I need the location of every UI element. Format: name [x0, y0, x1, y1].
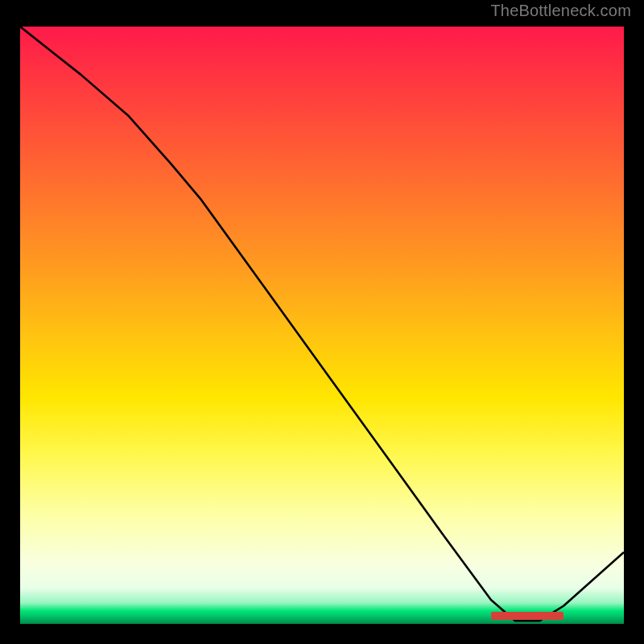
chart-frame	[18, 24, 626, 626]
chart-plot-area	[20, 27, 624, 624]
chart-marker-bar	[491, 612, 564, 620]
chart-line-path	[20, 27, 624, 621]
attribution-text: TheBottleneck.com	[490, 2, 631, 20]
chart-line-svg	[20, 27, 624, 624]
